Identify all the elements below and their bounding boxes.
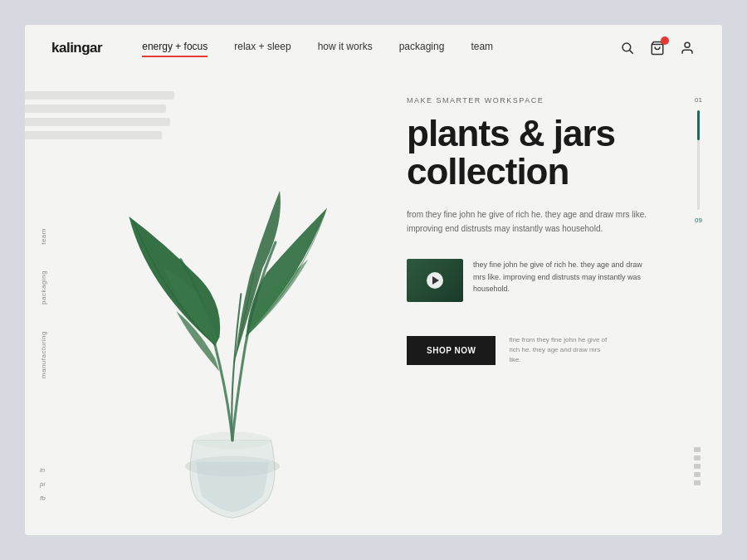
indicator-fill (697, 110, 700, 140)
nav-link-how-it-works[interactable]: how it works (318, 41, 373, 56)
nav-link-packaging[interactable]: packaging (399, 41, 445, 56)
hero-title-line1: plants & jars (407, 113, 615, 153)
video-card: they fine john he give of rich he. they … (407, 259, 656, 302)
dot-1 (694, 447, 701, 452)
search-button[interactable] (619, 40, 636, 56)
action-row: SHOP NOW fine from they fine john he giv… (407, 335, 656, 365)
video-thumbnail[interactable] (407, 259, 463, 302)
indicator-bar[interactable] (697, 110, 700, 210)
decorative-dots (694, 447, 701, 485)
svg-point-3 (685, 42, 690, 47)
indicator-num-top: 01 (695, 96, 702, 104)
nav-link-energy-focus[interactable]: energy + focus (142, 41, 208, 56)
dot-3 (694, 464, 701, 469)
nav-link-relax-sleep[interactable]: relax + sleep (234, 41, 290, 56)
shop-now-button[interactable]: SHOP NOW (407, 336, 496, 365)
app-window: kalingar energy + focus relax + sleep ho… (25, 25, 722, 535)
svg-line-1 (630, 51, 633, 54)
user-button[interactable] (679, 40, 696, 56)
hero-description: from they fine john he give of rich he. … (407, 207, 656, 236)
svg-point-0 (622, 43, 631, 51)
play-icon (432, 276, 439, 285)
sidebar-item-team[interactable]: team (40, 228, 56, 245)
dot-5 (694, 480, 701, 485)
nav-icon-group (619, 40, 696, 56)
cart-button[interactable] (649, 40, 666, 56)
hero-title: plants & jars collection (407, 114, 656, 191)
social-links: in pi fb (40, 466, 46, 502)
shop-caption: fine from they fine john he give of rich… (509, 335, 608, 365)
sidebar-item-manufacturing[interactable]: manufacturing (40, 331, 56, 378)
cart-badge (661, 37, 669, 45)
video-description: they fine john he give of rich he. they … (473, 259, 656, 295)
dot-4 (694, 472, 701, 477)
hero-title-line2: collection (407, 151, 569, 192)
nav-links: energy + focus relax + sleep how it work… (142, 41, 619, 56)
brand-logo[interactable]: kalingar (51, 40, 102, 56)
social-in[interactable]: in (40, 466, 46, 474)
social-fb[interactable]: fb (40, 494, 46, 502)
sidebar-item-packaging[interactable]: packaging (40, 270, 56, 304)
nav-link-team[interactable]: team (471, 41, 493, 56)
main-content: team packaging manufacturing in pi fb (25, 71, 722, 535)
hero-content: MAKE SMARTER WORKSPACE plants & jars col… (407, 96, 656, 365)
navigation: kalingar energy + focus relax + sleep ho… (25, 25, 722, 71)
social-pi[interactable]: pi (40, 480, 46, 488)
dot-2 (694, 455, 701, 460)
hero-subtitle: MAKE SMARTER WORKSPACE (407, 96, 656, 105)
indicator-num-bottom: 09 (695, 217, 702, 224)
plant-illustration (75, 105, 390, 535)
